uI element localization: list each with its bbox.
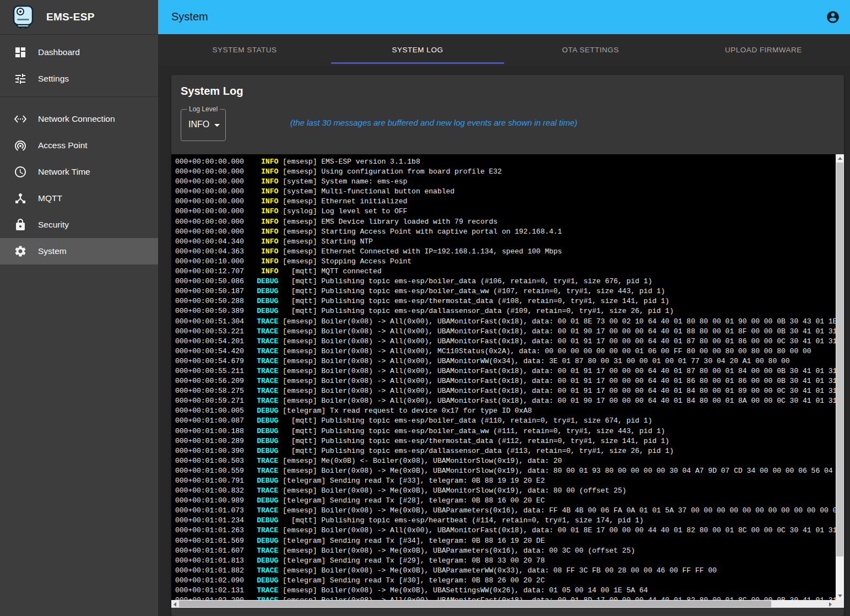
log-entry: 000+00:01:02.200 TRACE [emsesp] Boiler(0…	[175, 596, 836, 600]
log-entry: 000+00:01:00.503 TRACE [emsesp] Me(0x0B)…	[175, 456, 836, 466]
log-entry: 000+00:00:00.000 INFO [emsesp] Ethernet …	[175, 197, 836, 207]
log-level-select[interactable]: Log Level INFO	[181, 109, 226, 141]
topbar: System	[158, 0, 850, 34]
log-entry: 000+00:01:00.188 DEBUG [mqtt] Publishing…	[175, 426, 836, 436]
tab-ota-settings[interactable]: OTA SETTINGS	[504, 34, 677, 66]
chevron-down-icon	[214, 124, 220, 127]
log-entry: 000+00:01:01.569 DEBUG [telegram] Sendin…	[175, 536, 836, 546]
log-entry: 000+00:01:01.607 TRACE [emsesp] Boiler(0…	[175, 546, 836, 556]
clock-icon	[14, 165, 27, 179]
log-lines: 000+00:00:00.000 INFO [emsesp] EMS-ESP v…	[171, 154, 836, 600]
sidebar-item-network-time[interactable]: Network Time	[0, 159, 158, 185]
log-entry: 000+00:00:00.000 INFO [emsesp] EMS-ESP v…	[175, 157, 836, 167]
log-entry: 000+00:00:10.000 INFO [emsesp] Stopping …	[175, 257, 836, 267]
sidebar-item-system[interactable]: System	[0, 238, 158, 264]
buffer-hint-text: (the last 30 messages are buffered and n…	[290, 118, 577, 127]
account-button[interactable]	[826, 10, 840, 24]
tab-system-status[interactable]: SYSTEM STATUS	[158, 34, 331, 66]
scroll-down-icon[interactable]	[838, 595, 842, 597]
tab-system-log[interactable]: SYSTEM LOG	[331, 34, 504, 66]
log-entry: 000+00:01:01.813 DEBUG [telegram] Sendin…	[175, 556, 836, 566]
log-entry: 000+00:00:04.340 INFO [emsesp] Starting …	[175, 237, 836, 247]
log-entry: 000+00:01:00.832 TRACE [emsesp] Boiler(0…	[175, 486, 836, 496]
gear-icon	[14, 245, 27, 258]
log-entry: 000+00:00:00.000 INFO [emsesp] EMS Devic…	[175, 217, 836, 227]
tab-label: SYSTEM LOG	[392, 46, 443, 54]
page-title: System	[171, 10, 208, 23]
log-entry: 000+00:00:50.389 DEBUG [mqtt] Publishing…	[175, 306, 836, 316]
sidebar-group-main: Dashboard Settings	[0, 35, 158, 92]
log-entry: 000+00:00:54.679 TRACE [emsesp] Boiler(0…	[175, 356, 836, 366]
log-entry: 000+00:00:00.000 INFO [emsesp] Starting …	[175, 227, 836, 237]
scroll-left-icon[interactable]	[174, 602, 176, 607]
log-entry: 000+00:00:50.187 DEBUG [mqtt] Publishing…	[175, 287, 836, 296]
vertical-scrollbar-thumb[interactable]	[836, 163, 843, 556]
lock-icon	[14, 218, 27, 231]
log-entry: 000+00:01:01.263 TRACE [emsesp] Boiler(0…	[175, 526, 836, 536]
log-entry: 000+00:00:00.000 INFO [syslog] Log level…	[175, 207, 836, 217]
scroll-right-icon[interactable]	[829, 602, 832, 607]
log-entry: 000+00:00:12.707 INFO [mqtt] MQTT connec…	[175, 267, 836, 277]
log-entry: 000+00:01:01.882 TRACE [emsesp] Boiler(0…	[175, 566, 836, 576]
sidebar-header: EMS-ESP	[0, 0, 158, 35]
sidebar-item-label: Network Time	[38, 167, 90, 177]
card-title: System Log	[181, 85, 243, 98]
log-viewport[interactable]: 000+00:00:00.000 INFO [emsesp] EMS-ESP v…	[171, 154, 836, 600]
dashboard-icon	[14, 46, 27, 59]
wifi-tethering-icon	[14, 139, 27, 152]
log-entry: 000+00:00:00.000 INFO [system] System na…	[175, 177, 836, 187]
log-entry: 000+00:00:00.000 INFO [emsesp] Using con…	[175, 167, 836, 177]
sidebar-group-network: Network Connection Access Point Network …	[0, 101, 158, 264]
log-level-label: Log Level	[187, 105, 220, 113]
horizontal-scrollbar-thumb[interactable]	[179, 601, 771, 607]
log-entry: 000+00:00:51.304 TRACE [emsesp] Boiler(0…	[175, 317, 836, 327]
tab-indicator	[331, 62, 504, 64]
sidebar-item-access-point[interactable]: Access Point	[0, 132, 158, 159]
log-entry: 000+00:00:00.000 INFO [system] Multi-fun…	[175, 187, 836, 197]
settings-ethernet-icon	[14, 112, 27, 126]
sidebar-item-mqtt[interactable]: MQTT	[0, 185, 158, 212]
log-entry: 000+00:00:56.209 TRACE [emsesp] Boiler(0…	[175, 376, 836, 386]
log-entry: 000+00:01:00.989 DEBUG [telegram] Sendin…	[175, 496, 836, 506]
horizontal-scrollbar[interactable]	[171, 600, 844, 608]
sidebar-item-security[interactable]: Security	[0, 212, 158, 238]
scroll-up-icon[interactable]	[838, 157, 842, 160]
sidebar-item-label: MQTT	[38, 193, 62, 203]
log-entry: 000+00:00:04.363 INFO [emsesp] Ethernet …	[175, 247, 836, 257]
sidebar-item-label: Network Connection	[38, 114, 115, 124]
log-level-value: INFO	[188, 120, 209, 129]
sidebar-item-network-connection[interactable]: Network Connection	[0, 106, 158, 132]
log-entry: 000+00:01:00.390 DEBUG [mqtt] Publishing…	[175, 446, 836, 456]
tab-label: SYSTEM STATUS	[212, 46, 277, 54]
log-entry: 000+00:00:55.211 TRACE [emsesp] Boiler(0…	[175, 366, 836, 376]
sidebar: EMS-ESP Dashboard Settings	[0, 0, 158, 616]
log-entry: 000+00:00:58.275 TRACE [emsesp] Boiler(0…	[175, 386, 836, 396]
tab-label: OTA SETTINGS	[562, 46, 619, 54]
tune-icon	[14, 72, 27, 85]
tabbar: SYSTEM STATUS SYSTEM LOG OTA SETTINGS UP…	[158, 34, 850, 66]
sidebar-item-label: Security	[38, 220, 69, 230]
log-entry: 000+00:01:02.090 DEBUG [telegram] Sendin…	[175, 576, 836, 586]
vertical-scrollbar[interactable]	[836, 154, 844, 600]
sidebar-item-settings[interactable]: Settings	[0, 66, 158, 92]
sidebar-divider	[0, 96, 158, 97]
log-console: 000+00:00:00.000 INFO [emsesp] EMS-ESP v…	[171, 154, 844, 608]
log-entry: 000+00:00:59.271 TRACE [emsesp] Boiler(0…	[175, 396, 836, 406]
tab-label: UPLOAD FIRMWARE	[725, 46, 802, 54]
sidebar-item-label: Settings	[38, 74, 69, 84]
log-entry: 000+00:01:00.289 DEBUG [mqtt] Publishing…	[175, 436, 836, 446]
log-entry: 000+00:00:50.086 DEBUG [mqtt] Publishing…	[175, 277, 836, 287]
system-log-card: System Log Log Level INFO (the last 30 m…	[171, 75, 844, 616]
tab-upload-firmware[interactable]: UPLOAD FIRMWARE	[677, 34, 850, 66]
sidebar-item-dashboard[interactable]: Dashboard	[0, 39, 158, 66]
sidebar-item-label: System	[38, 246, 67, 256]
sidebar-item-label: Access Point	[38, 141, 88, 150]
log-entry: 000+00:00:54.201 TRACE [emsesp] Boiler(0…	[175, 337, 836, 347]
log-entry: 000+00:00:50.288 DEBUG [mqtt] Publishing…	[175, 296, 836, 306]
sidebar-item-label: Dashboard	[38, 47, 80, 57]
app-title: EMS-ESP	[46, 11, 95, 23]
log-entry: 000+00:01:00.087 DEBUG [mqtt] Publishing…	[175, 416, 836, 426]
log-entry: 000+00:01:01.073 TRACE [emsesp] Boiler(0…	[175, 506, 836, 516]
log-entry: 000+00:01:01.234 DEBUG [mqtt] Publishing…	[175, 516, 836, 526]
account-circle-icon	[826, 10, 840, 24]
